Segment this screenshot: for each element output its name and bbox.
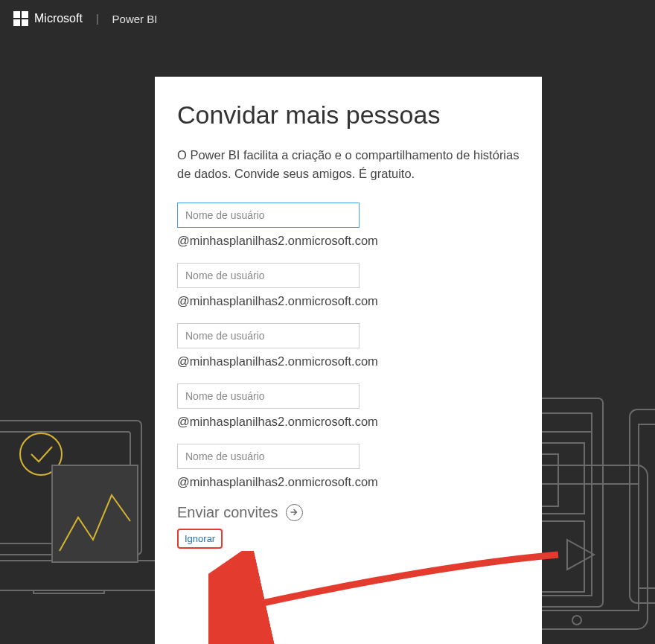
microsoft-logo-icon — [13, 11, 28, 26]
username-input[interactable] — [177, 383, 360, 409]
domain-suffix: @minhasplanilhas2.onmicrosoft.com — [177, 294, 520, 308]
username-input[interactable] — [177, 323, 360, 348]
domain-suffix: @minhasplanilhas2.onmicrosoft.com — [177, 354, 520, 369]
svg-rect-3 — [33, 590, 104, 593]
svg-rect-25 — [630, 409, 655, 603]
microsoft-brand: Microsoft — [13, 11, 83, 26]
page-subtitle: O Power BI facilita a criação e o compar… — [177, 146, 520, 183]
invite-card: Convidar mais pessoas O Power BI facilit… — [155, 77, 542, 644]
svg-rect-17 — [540, 454, 558, 506]
send-invites-button[interactable]: Enviar convites — [177, 504, 520, 521]
company-name: Microsoft — [34, 12, 83, 25]
invite-block: @minhasplanilhas2.onmicrosoft.com — [177, 444, 520, 489]
username-input[interactable] — [177, 444, 360, 469]
ignore-button[interactable]: Ignorar — [177, 529, 223, 549]
invite-block: @minhasplanilhas2.onmicrosoft.com — [177, 203, 520, 248]
invite-block: @minhasplanilhas2.onmicrosoft.com — [177, 263, 520, 308]
invite-block: @minhasplanilhas2.onmicrosoft.com — [177, 323, 520, 369]
svg-point-23 — [572, 616, 581, 625]
separator: | — [96, 13, 99, 25]
app-header: Microsoft | Power BI — [0, 0, 655, 37]
invite-block: @minhasplanilhas2.onmicrosoft.com — [177, 383, 520, 429]
svg-rect-5 — [52, 465, 138, 562]
username-input[interactable] — [177, 263, 360, 288]
svg-marker-24 — [567, 540, 594, 570]
domain-suffix: @minhasplanilhas2.onmicrosoft.com — [177, 475, 520, 489]
arrow-right-circle-icon — [286, 504, 303, 521]
send-invites-label: Enviar convites — [177, 504, 278, 521]
domain-suffix: @minhasplanilhas2.onmicrosoft.com — [177, 415, 520, 429]
page-title: Convidar mais pessoas — [177, 101, 520, 130]
svg-rect-0 — [0, 421, 141, 555]
svg-rect-26 — [639, 424, 655, 588]
product-name: Power BI — [112, 13, 158, 25]
svg-point-4 — [20, 433, 62, 475]
domain-suffix: @minhasplanilhas2.onmicrosoft.com — [177, 234, 520, 248]
username-input[interactable] — [177, 203, 360, 228]
svg-rect-1 — [0, 432, 130, 543]
